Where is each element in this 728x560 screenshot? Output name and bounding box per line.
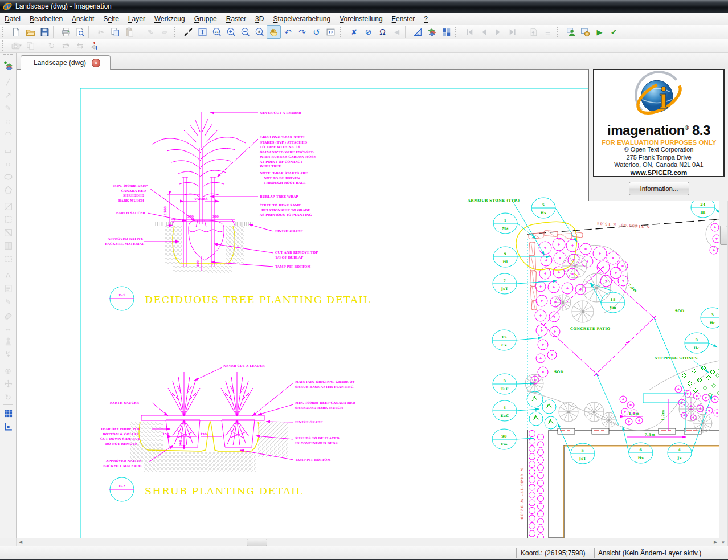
website[interactable]: www.SPICER.com (594, 169, 723, 176)
highlight-icon[interactable]: ✎ (144, 25, 158, 39)
copy-icon[interactable] (108, 25, 122, 39)
start-process-icon[interactable]: ▶ (592, 25, 607, 39)
crop-fill-icon[interactable] (1, 239, 15, 252)
rotate-icon[interactable]: ↻ (1, 390, 15, 403)
go-previous-icon[interactable] (477, 25, 491, 39)
menu-gruppe[interactable]: Gruppe (190, 13, 222, 24)
snapshot-icon[interactable]: ▾ (9, 39, 23, 52)
fit-page-icon[interactable] (181, 25, 195, 39)
go-last-icon[interactable] (505, 25, 520, 39)
highlight2-icon[interactable]: ✏ (158, 25, 172, 39)
fit-window-icon[interactable] (195, 25, 210, 39)
svg-text:SHRUBS TO BE PLACED: SHRUBS TO BE PLACED (295, 436, 340, 440)
print-icon[interactable] (59, 25, 73, 39)
copy-page-icon[interactable] (23, 39, 38, 52)
flip-horizontal-icon[interactable] (324, 25, 338, 39)
scroll-down-icon[interactable]: ▼ (720, 539, 726, 546)
layers-icon[interactable] (425, 25, 439, 39)
arrow-icon[interactable]: ↗ (1, 88, 15, 101)
rotate-left-icon[interactable]: ↶ (281, 25, 295, 39)
save-icon[interactable] (38, 25, 52, 39)
crop-rect-icon[interactable] (1, 213, 15, 226)
page-setup-icon[interactable] (526, 25, 541, 39)
verify-icon[interactable]: ✔ (607, 25, 621, 39)
eraser-icon[interactable] (1, 308, 15, 321)
delete-markup-icon[interactable]: ✘ (347, 25, 361, 39)
menu-stapelverarbeitung[interactable]: Stapelverarbeitung (268, 13, 335, 24)
zoom-in-icon[interactable] (224, 25, 238, 39)
align-corner-icon[interactable] (1, 420, 15, 433)
menu-bearbeiten[interactable]: Bearbeiten (25, 13, 67, 24)
ellipse-icon[interactable] (1, 170, 15, 183)
menu-seite[interactable]: Seite (99, 13, 123, 24)
rotate-page-icon[interactable]: ↻ (44, 39, 59, 52)
freehand-icon[interactable]: ✎ (1, 101, 15, 115)
new-icon[interactable] (9, 25, 23, 39)
menu-fenster[interactable]: Fenster (387, 13, 420, 24)
sound-icon[interactable]: ◀ (390, 25, 404, 39)
svg-text:MIN. 100mm DEEP CANADA RED: MIN. 100mm DEEP CANADA RED (295, 401, 355, 404)
menu-ansicht[interactable]: Ansicht (67, 13, 99, 24)
measure-icon[interactable]: ↔ (1, 321, 15, 334)
svg-text:JsT: JsT (579, 456, 586, 461)
stamp-icon[interactable] (1, 334, 15, 348)
move-icon[interactable] (1, 377, 15, 390)
page-list-icon[interactable]: ≡ (541, 25, 555, 39)
crop-dash-icon[interactable] (1, 252, 15, 265)
print-preview-icon[interactable] (73, 25, 87, 39)
thumbnails-icon[interactable] (439, 25, 453, 39)
tab-close-icon[interactable]: ✕ (92, 59, 100, 67)
scroll-left-icon[interactable]: ◀ (17, 539, 24, 545)
marker-icon[interactable]: ✎ (1, 295, 15, 308)
zoom-dynamic-icon[interactable]: ± (252, 25, 267, 39)
rectangle-icon[interactable]: ▭ (1, 144, 15, 157)
paste-icon[interactable] (122, 25, 137, 39)
grid-icon[interactable] (1, 407, 15, 420)
document-tab[interactable]: Landscape (dwg) ✕ (21, 55, 111, 70)
information-button[interactable]: Information... (629, 182, 689, 195)
arc-icon[interactable]: ◠ (1, 128, 15, 141)
open-icon[interactable] (23, 25, 38, 39)
zoom-1-1-icon[interactable]: 1:1 (210, 25, 224, 39)
cloud-icon[interactable]: ◌ (1, 115, 15, 128)
cut-icon[interactable]: ✂ (94, 25, 108, 39)
menu-layer[interactable]: Layer (124, 13, 150, 24)
add-layer-icon[interactable] (1, 59, 15, 72)
polyline-icon[interactable]: ╱ (1, 75, 15, 88)
bearing-label: N 64d8'17" W 32.00 (520, 468, 524, 520)
rotate-180-icon[interactable]: ↺ (309, 25, 324, 39)
menu-[interactable]: ? (419, 13, 432, 24)
note-icon[interactable] (1, 282, 15, 295)
rotate-right-icon[interactable]: ↷ (295, 25, 309, 39)
tab-label: Landscape (dwg) (34, 59, 86, 67)
measure-tools-icon[interactable] (411, 25, 425, 39)
swap-pages-icon[interactable]: ⇆ (73, 39, 87, 52)
menu-3d[interactable]: 3D (251, 13, 268, 24)
menu-voreinstellung[interactable]: Voreinstellung (335, 13, 387, 24)
vscroll-thumb[interactable] (720, 226, 727, 245)
svg-text:JsT: JsT (501, 287, 508, 291)
go-first-icon[interactable] (463, 25, 477, 39)
menu-werkzeug[interactable]: Werkzeug (150, 13, 190, 24)
menu-datei[interactable]: Datei (0, 13, 25, 24)
menu-raster[interactable]: Raster (222, 13, 251, 24)
snap-icon[interactable]: ⊕ (1, 364, 15, 377)
crop-slash-icon[interactable] (1, 226, 15, 239)
scroll-right-icon[interactable]: ▶ (712, 539, 719, 545)
circle-icon[interactable]: ○ (1, 157, 15, 170)
crop-diagonal-icon[interactable] (1, 200, 15, 213)
layer-order-icon[interactable] (87, 39, 101, 52)
flip-page-icon[interactable]: ⇄▾ (59, 39, 73, 52)
pan-icon[interactable] (267, 25, 281, 39)
user-session-icon[interactable] (564, 25, 578, 39)
svg-text:IN CONTINUOUS BEDS: IN CONTINUOUS BEDS (295, 442, 338, 445)
lightning-icon[interactable]: ↯ (1, 348, 15, 361)
svg-text:3: 3 (711, 313, 714, 317)
zoom-out-icon[interactable] (238, 25, 252, 39)
polygon-icon[interactable] (1, 183, 15, 197)
window-settings-icon[interactable] (578, 25, 592, 39)
text-icon[interactable]: A (1, 269, 15, 282)
omega-symbol-icon[interactable]: Ω (375, 25, 390, 39)
go-next-icon[interactable] (491, 25, 505, 39)
hide-markup-icon[interactable]: ⊘ (361, 25, 375, 39)
